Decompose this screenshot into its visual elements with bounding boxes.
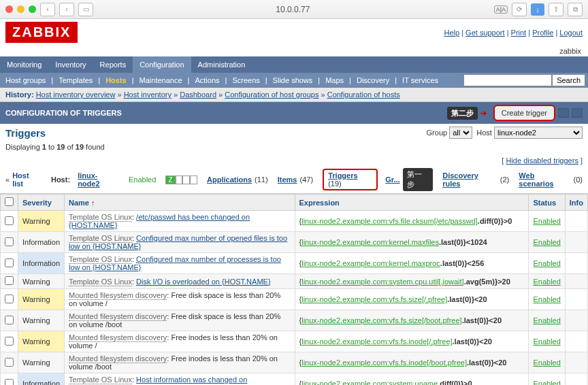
traffic-close[interactable]: [5, 5, 13, 13]
expression-link[interactable]: linux-node2.example.com:kernel.maxfiles: [301, 238, 439, 246]
sn-hosts[interactable]: Hosts: [100, 73, 132, 88]
print-link[interactable]: Print: [511, 29, 527, 37]
row-checkbox[interactable]: [5, 276, 14, 285]
reload-button[interactable]: ⟳: [512, 3, 527, 16]
hist-4[interactable]: Configuration of hosts: [327, 90, 400, 99]
zabbix-logo: ZABBIX: [5, 22, 78, 43]
share-button[interactable]: ⇪: [549, 3, 564, 16]
status-link[interactable]: Enabled: [533, 259, 560, 267]
status-link[interactable]: Enabled: [533, 238, 560, 246]
col-name[interactable]: Name ↑: [65, 195, 295, 211]
row-expression: {linux-node2.example.com:vfs.fs.inode[/b…: [295, 352, 529, 373]
row-checkbox[interactable]: [5, 216, 14, 225]
col-expression[interactable]: Expression: [295, 195, 529, 211]
expression-link[interactable]: linux-node2.example.com:system.uname: [301, 380, 438, 385]
row-expression: {linux-node2.example.com:vfs.file.cksum[…: [295, 211, 529, 232]
reader-icon[interactable]: A|A: [494, 5, 508, 14]
expression-link[interactable]: linux-node2.example.com:vfs.fs.size[/,pf…: [301, 295, 447, 303]
status-link[interactable]: Enabled: [533, 380, 560, 385]
help-icon[interactable]: [572, 108, 583, 118]
sidebar-button[interactable]: ▭: [78, 3, 93, 16]
nav-inventory[interactable]: Inventory: [48, 56, 93, 73]
search-button[interactable]: Search: [552, 74, 585, 86]
sn-slideshows[interactable]: Slide shows: [267, 73, 318, 88]
select-all[interactable]: [5, 197, 14, 206]
expression-link[interactable]: linux-node2.example.com:vfs.fs.size[/boo…: [301, 316, 461, 324]
row-checkbox[interactable]: [5, 258, 14, 267]
hist-1[interactable]: Host inventory: [124, 90, 172, 99]
nav-configuration[interactable]: Configuration: [133, 56, 191, 73]
group-select[interactable]: all: [449, 127, 472, 139]
logout-link[interactable]: Logout: [559, 29, 583, 37]
row-checkbox[interactable]: [5, 379, 14, 386]
hist-3[interactable]: Configuration of host groups: [225, 90, 318, 99]
expression-link[interactable]: linux-node2.example.com:kernel.maxproc: [301, 259, 440, 267]
row-checkbox[interactable]: [5, 295, 14, 303]
row-name: Template OS Linux: /etc/passwd has been …: [65, 211, 295, 232]
traffic-min[interactable]: [17, 5, 24, 13]
expression-link[interactable]: linux-node2.example.com:vfs.file.cksum[/…: [301, 217, 478, 225]
col-status[interactable]: Status: [529, 195, 565, 211]
trigger-name-link[interactable]: Disk I/O is overloaded on {HOST.NAME}: [136, 278, 270, 286]
sn-maps[interactable]: Maps: [320, 73, 349, 88]
sn-screens[interactable]: Screens: [227, 73, 265, 88]
row-checkbox[interactable]: [5, 316, 14, 324]
items-link[interactable]: Items: [278, 175, 297, 184]
sn-maintenance[interactable]: Maintenance: [134, 73, 188, 88]
row-name: Template OS Linux: Disk I/O is overloade…: [65, 274, 295, 289]
tabs-button[interactable]: ⧉: [568, 3, 583, 16]
sn-itservices[interactable]: IT services: [397, 73, 444, 88]
expression-link[interactable]: linux-node2.example.com:system.cpu.util[…: [301, 278, 463, 286]
row-checkbox[interactable]: [5, 337, 14, 346]
col-severity[interactable]: Severity: [18, 195, 65, 211]
support-link[interactable]: Get support: [466, 29, 504, 37]
sn-actions[interactable]: Actions: [189, 73, 225, 88]
hide-disabled-link[interactable]: Hide disabled triggers: [506, 156, 578, 165]
hist-2[interactable]: Dashboard: [180, 90, 216, 99]
create-trigger-button[interactable]: Create trigger: [493, 105, 555, 121]
graphs-link[interactable]: Gr...: [385, 175, 399, 184]
status-link[interactable]: Enabled: [533, 358, 560, 367]
search-input[interactable]: [463, 74, 552, 86]
traffic-max[interactable]: [29, 5, 36, 13]
row-severity: Information: [18, 232, 65, 253]
col-info[interactable]: Info: [565, 195, 587, 211]
host-select[interactable]: linux-node2: [494, 127, 583, 139]
status-link[interactable]: Enabled: [533, 316, 560, 324]
expression-link[interactable]: linux-node2.example.com:vfs.fs.inode[/,p…: [301, 337, 452, 346]
trigger-row: WarningMounted filesystem discovery: Fre…: [1, 331, 588, 352]
url-bar[interactable]: 10.0.0.77: [97, 5, 489, 14]
help-link[interactable]: Help: [444, 29, 459, 37]
hist-0[interactable]: Host inventory overview: [36, 90, 116, 99]
nav-reports[interactable]: Reports: [93, 56, 133, 73]
status-link[interactable]: Enabled: [533, 278, 560, 286]
row-info: [565, 352, 587, 373]
web-link[interactable]: Web scenarios: [519, 171, 570, 188]
sn-discovery[interactable]: Discovery: [351, 73, 395, 88]
fullscreen-icon[interactable]: [558, 108, 569, 118]
row-checkbox[interactable]: [5, 358, 14, 367]
row-name: Mounted filesystem discovery: Free disk …: [65, 289, 295, 310]
back-button[interactable]: ‹: [40, 3, 55, 16]
download-button[interactable]: ↓: [531, 3, 544, 16]
host-list-link[interactable]: Host list: [12, 171, 42, 188]
nav-monitoring[interactable]: Monitoring: [0, 56, 48, 73]
sn-hostgroups[interactable]: Host groups: [0, 73, 51, 88]
sn-templates[interactable]: Templates: [53, 73, 98, 88]
nav-administration[interactable]: Administration: [191, 56, 252, 73]
expression-link[interactable]: linux-node2.example.com:vfs.fs.inode[/bo…: [301, 358, 467, 367]
status-link[interactable]: Enabled: [533, 217, 560, 225]
row-checkbox[interactable]: [5, 237, 14, 246]
forward-button[interactable]: ›: [59, 3, 74, 16]
status-link[interactable]: Enabled: [533, 337, 560, 346]
row-expression: {linux-node2.example.com:vfs.fs.size[/bo…: [295, 310, 529, 331]
template-link[interactable]: Template OS Linux: [69, 278, 132, 286]
host-link[interactable]: linux-node2: [78, 171, 119, 188]
status-link[interactable]: Enabled: [533, 295, 560, 303]
row-severity: Information: [18, 253, 65, 274]
triggers-tab[interactable]: Triggers (19): [323, 169, 378, 190]
row-expression: {linux-node2.example.com:vfs.fs.inode[/,…: [295, 331, 529, 352]
profile-link[interactable]: Profile: [532, 29, 553, 37]
apps-link[interactable]: Applications: [207, 175, 252, 184]
discovery-link[interactable]: Discovery rules: [442, 171, 497, 188]
